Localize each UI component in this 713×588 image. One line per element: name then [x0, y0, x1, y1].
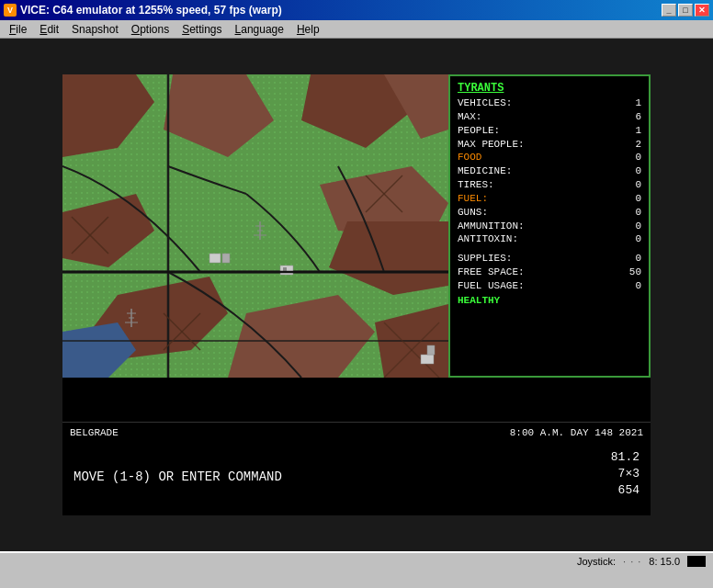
status-row-medicine: MEDICINE: 0: [458, 164, 641, 178]
medicine-label: MEDICINE:: [458, 164, 512, 178]
menu-settings[interactable]: Settings: [176, 21, 227, 38]
status-row-maxpeople: MAX PEOPLE: 2: [458, 138, 641, 152]
fuelusage-value: 0: [623, 279, 641, 293]
main-content: TYRANTS VEHICLES: 1 MAX: 6 PEOPLE: 1 MAX…: [0, 39, 713, 551]
food-label: FOOD: [458, 151, 481, 164]
status-row-food: FOOD 0: [458, 151, 641, 164]
minimize-button[interactable]: _: [662, 4, 676, 17]
svg-rect-19: [222, 254, 230, 263]
maxpeople-value: 2: [623, 138, 641, 152]
svg-rect-41: [421, 355, 434, 364]
vehicles-value: 1: [623, 96, 641, 110]
title-bar-left: V VICE: C64 emulator at 1255% speed, 57 …: [4, 4, 282, 17]
ammo-value: 0: [623, 220, 641, 233]
fuelusage-label: FUEL USAGE:: [458, 279, 525, 293]
location-display: BELGRADE: [70, 427, 510, 438]
menu-file[interactable]: File: [4, 21, 32, 38]
status-bar: Joystick: · · · 8: 15.0: [0, 551, 713, 570]
window-title: VICE: C64 emulator at 1255% speed, 57 fp…: [20, 4, 282, 17]
supplies-label: SUPPLIES:: [458, 252, 512, 266]
game-screen: TYRANTS VEHICLES: 1 MAX: 6 PEOPLE: 1 MAX…: [62, 74, 651, 515]
status-row-supplies: SUPPLIES: 0: [458, 252, 641, 266]
guns-label: GUNS:: [458, 206, 488, 220]
svg-rect-42: [427, 345, 435, 355]
max-label: MAX:: [458, 110, 481, 124]
status-row-fuelusage: FUEL USAGE: 0: [458, 279, 641, 293]
menu-snapshot[interactable]: Snapshot: [66, 21, 124, 38]
black-box: [687, 556, 706, 567]
people-value: 1: [623, 124, 641, 138]
joystick-indicator: · · ·: [623, 556, 641, 567]
max-value: 6: [623, 110, 641, 124]
status-row-vehicles: VEHICLES: 1: [458, 96, 641, 110]
maximize-button[interactable]: □: [678, 4, 693, 17]
antitoxin-label: ANTITOXIN:: [458, 232, 518, 246]
status-title: TYRANTS: [458, 82, 641, 95]
status-row-antitoxin: ANTITOXIN: 0: [458, 232, 641, 246]
status-panel: TYRANTS VEHICLES: 1 MAX: 6 PEOPLE: 1 MAX…: [448, 74, 651, 378]
app-icon: V: [4, 4, 17, 17]
guns-value: 0: [623, 206, 641, 220]
close-button[interactable]: ✕: [695, 4, 709, 17]
menu-edit[interactable]: Edit: [34, 21, 64, 38]
medicine-value: 0: [623, 164, 641, 178]
people-label: PEOPLE:: [458, 124, 500, 138]
score-line2: 7×3: [611, 466, 639, 482]
menu-bar: File Edit Snapshot Options Settings Lang…: [0, 20, 713, 39]
fuel-value: 0: [623, 192, 641, 206]
score-line3: 654: [611, 482, 639, 499]
status-row-freespace: FREE SPACE: 50: [458, 266, 641, 279]
command-area: MOVE (1-8) OR ENTER COMMAND 81.2 7×3 654: [62, 442, 651, 515]
tires-label: TIRES:: [458, 178, 494, 192]
fuel-label: FUEL:: [458, 192, 488, 206]
vehicles-label: VEHICLES:: [458, 96, 512, 110]
freespace-value: 50: [623, 266, 641, 279]
window-controls[interactable]: _ □ ✕: [662, 4, 709, 17]
command-text: MOVE (1-8) OR ENTER COMMAND: [74, 469, 639, 484]
antitoxin-value: 0: [623, 232, 641, 246]
status-row-guns: GUNS: 0: [458, 206, 641, 220]
score-area: 81.2 7×3 654: [611, 449, 639, 500]
food-value: 0: [623, 151, 641, 164]
menu-help[interactable]: Help: [291, 21, 325, 38]
supplies-value: 0: [623, 252, 641, 266]
maxpeople-label: MAX PEOPLE:: [458, 138, 525, 152]
time-display: 8:00 A.M. DAY 148 2021: [510, 427, 643, 438]
status-row-people: PEOPLE: 1: [458, 124, 641, 138]
menu-options[interactable]: Options: [126, 21, 175, 38]
score-line1: 81.2: [611, 449, 639, 466]
menu-language[interactable]: Language: [230, 21, 289, 38]
status-row-fuel: FUEL: 0: [458, 192, 641, 206]
tires-value: 0: [623, 178, 641, 192]
title-bar: V VICE: C64 emulator at 1255% speed, 57 …: [0, 0, 713, 20]
game-top: TYRANTS VEHICLES: 1 MAX: 6 PEOPLE: 1 MAX…: [62, 74, 651, 422]
svg-rect-18: [209, 254, 221, 263]
status-row-max: MAX: 6: [458, 110, 641, 124]
speed-display: 8: 15.0: [649, 556, 680, 567]
map-area: [62, 74, 448, 378]
status-row-ammo: AMMUNITION: 0: [458, 220, 641, 233]
svg-rect-29: [283, 267, 287, 271]
health-status: HEALTHY: [458, 295, 641, 306]
ammo-label: AMMUNITION:: [458, 220, 525, 233]
info-bar: BELGRADE 8:00 A.M. DAY 148 2021: [62, 422, 651, 442]
status-row-tires: TIRES: 0: [458, 178, 641, 192]
freespace-label: FREE SPACE:: [458, 266, 525, 279]
joystick-label: Joystick:: [577, 556, 616, 567]
